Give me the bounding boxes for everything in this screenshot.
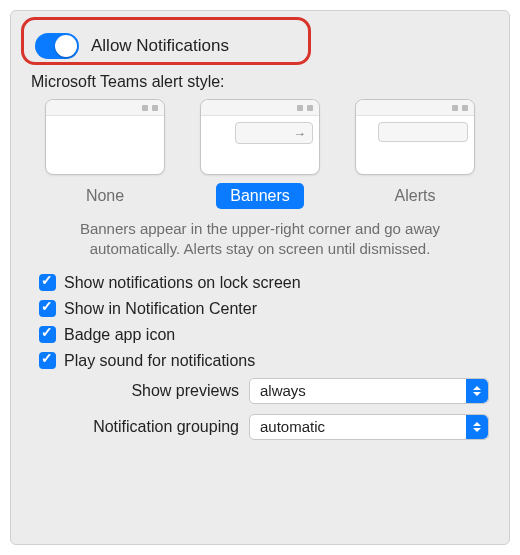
check-sound-label: Play sound for notifications xyxy=(64,352,255,370)
notification-grouping-row: Notification grouping automatic xyxy=(29,414,491,440)
thumb-none xyxy=(45,99,165,175)
notification-grouping-label: Notification grouping xyxy=(29,418,249,436)
allow-notifications-row: Allow Notifications xyxy=(29,25,491,71)
notifications-settings-panel: Allow Notifications Microsoft Teams aler… xyxy=(10,10,510,545)
banner-preview: → xyxy=(235,122,313,144)
check-badge[interactable] xyxy=(39,326,56,343)
user-icon xyxy=(462,105,468,111)
stepper-icon xyxy=(466,415,488,439)
check-lock-screen-label: Show notifications on lock screen xyxy=(64,274,301,292)
check-notif-center[interactable] xyxy=(39,300,56,317)
search-icon xyxy=(142,105,148,111)
stepper-icon xyxy=(466,379,488,403)
alert-style-description: Banners appear in the upper-right corner… xyxy=(35,219,485,260)
style-label-alerts: Alerts xyxy=(375,183,455,209)
style-label-banners: Banners xyxy=(216,183,304,209)
user-icon xyxy=(307,105,313,111)
show-previews-value: always xyxy=(260,382,306,399)
notification-grouping-select[interactable]: automatic xyxy=(249,414,489,440)
check-notif-center-row: Show in Notification Center xyxy=(39,300,491,318)
toggle-knob xyxy=(55,35,77,57)
thumb-banners: → xyxy=(200,99,320,175)
alert-preview xyxy=(378,122,468,142)
user-icon xyxy=(152,105,158,111)
check-lock-screen-row: Show notifications on lock screen xyxy=(39,274,491,292)
show-previews-row: Show previews always xyxy=(29,378,491,404)
check-badge-row: Badge app icon xyxy=(39,326,491,344)
notification-grouping-value: automatic xyxy=(260,418,325,435)
style-label-none: None xyxy=(65,183,145,209)
show-previews-select[interactable]: always xyxy=(249,378,489,404)
search-icon xyxy=(297,105,303,111)
alert-style-heading: Microsoft Teams alert style: xyxy=(31,73,491,91)
style-option-none[interactable]: None xyxy=(31,99,179,209)
style-option-banners[interactable]: → Banners xyxy=(186,99,334,209)
style-option-alerts[interactable]: Alerts xyxy=(341,99,489,209)
thumb-alerts xyxy=(355,99,475,175)
show-previews-label: Show previews xyxy=(29,382,249,400)
arrow-right-icon: → xyxy=(293,126,306,141)
check-sound-row: Play sound for notifications xyxy=(39,352,491,370)
check-badge-label: Badge app icon xyxy=(64,326,175,344)
alert-style-options: None → Banners Alerts xyxy=(29,99,491,209)
allow-notifications-label: Allow Notifications xyxy=(91,36,229,56)
search-icon xyxy=(452,105,458,111)
allow-notifications-toggle[interactable] xyxy=(35,33,79,59)
check-lock-screen[interactable] xyxy=(39,274,56,291)
check-notif-center-label: Show in Notification Center xyxy=(64,300,257,318)
check-sound[interactable] xyxy=(39,352,56,369)
